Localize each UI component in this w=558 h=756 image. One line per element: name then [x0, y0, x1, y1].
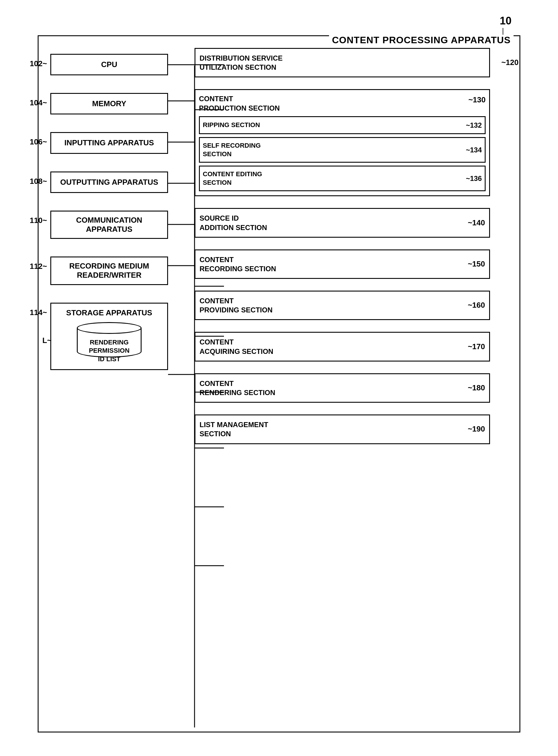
content-acquiring-section: CONTENTACQUIRING SECTION ~170 [195, 332, 490, 361]
distribution-section: DISTRIBUTION SERVICEUTILIZATION SECTION … [195, 48, 490, 77]
outputting-id-label: 108~ [30, 177, 47, 186]
content-acquiring-label: CONTENTACQUIRING SECTION [200, 337, 273, 356]
recording-id-label: 112~ [30, 262, 47, 271]
content-editing-box: CONTENT EDITINGSECTION ~136 [199, 165, 486, 191]
list-management-box: LIST MANAGEMENTSECTION ~190 [195, 415, 490, 444]
content-editing-label: CONTENT EDITINGSECTION [203, 170, 262, 187]
inputting-id-label: 106~ [30, 137, 47, 147]
content-rendering-box: CONTENTRENDERING SECTION ~180 [195, 373, 490, 403]
content-recording-box: CONTENTRECORDING SECTION ~150 [195, 250, 490, 279]
distribution-box: DISTRIBUTION SERVICEUTILIZATION SECTION … [195, 48, 490, 77]
source-id-box: SOURCE IDADDITION SECTION ~140 [195, 208, 490, 237]
memory-item: 104~ MEMORY [50, 93, 168, 114]
cylinder: RENDERINGPERMISSIONID LIST [77, 322, 142, 363]
content-editing-id: ~136 [466, 174, 482, 183]
right-column: DISTRIBUTION SERVICEUTILIZATION SECTION … [195, 48, 490, 450]
communication-box: COMMUNICATIONAPPARATUS [50, 211, 168, 239]
memory-id-label: 104~ [30, 98, 47, 107]
list-management-section: LIST MANAGEMENTSECTION ~190 [195, 415, 490, 444]
outer-box: CONTENT PROCESSING APPARATUS 102~ CPU 10… [38, 35, 520, 732]
content-acquiring-id: ~170 [468, 342, 485, 352]
content-rendering-label: CONTENTRENDERING SECTION [200, 379, 275, 397]
cylinder-text: RENDERINGPERMISSIONID LIST [78, 338, 141, 364]
cylinder-top [77, 322, 142, 334]
content-providing-box: CONTENTPROVIDING SECTION ~160 [195, 291, 490, 320]
content-recording-section: CONTENTRECORDING SECTION ~150 [195, 250, 490, 279]
cpu-box: CPU [50, 54, 168, 75]
recording-medium-item: 112~ RECORDING MEDIUMREADER/WRITER [50, 257, 168, 285]
content-providing-section: CONTENTPROVIDING SECTION ~160 [195, 291, 490, 320]
list-management-id: ~190 [468, 424, 485, 434]
ripping-box: RIPPING SECTION ~132 [199, 116, 486, 134]
source-id-section: SOURCE IDADDITION SECTION ~140 [195, 208, 490, 237]
outputting-box: OUTPUTTING APPARATUS [50, 172, 168, 193]
ripping-id: ~132 [466, 121, 482, 130]
source-id-id: ~140 [468, 218, 485, 228]
content-providing-label: CONTENTPROVIDING SECTION [200, 296, 273, 314]
production-outer-box: CONTENTPRODUCTION SECTION ~130 RIPPING S… [195, 89, 490, 196]
diagram-title: CONTENT PROCESSING APPARATUS [329, 35, 513, 46]
source-id-label: SOURCE IDADDITION SECTION [200, 213, 267, 232]
content-recording-label: CONTENTRECORDING SECTION [200, 255, 276, 273]
production-id: ~130 [468, 95, 486, 104]
memory-box: MEMORY [50, 93, 168, 114]
cpu-id-label: 102~ [30, 59, 47, 68]
content-acquiring-box: CONTENTACQUIRING SECTION ~170 [195, 332, 490, 361]
storage-id-label: 114~ [30, 308, 47, 317]
self-recording-id: ~134 [466, 145, 482, 154]
storage-item: 114~ STORAGE APPARATUS L~ RENDERINGPERMI… [50, 303, 168, 370]
content-rendering-section: CONTENTRENDERING SECTION ~180 [195, 373, 490, 403]
distribution-id: ~120 [501, 58, 518, 68]
content-rendering-id: ~180 [468, 383, 485, 393]
list-management-label: LIST MANAGEMENTSECTION [200, 420, 268, 438]
inputting-box: INPUTTING APPARATUS [50, 132, 168, 154]
diagram-page: 10 CONTENT PROCESSING APPARATUS 102~ CPU… [29, 12, 529, 741]
inputting-item: 106~ INPUTTING APPARATUS [50, 132, 168, 154]
content-recording-id: ~150 [468, 259, 485, 269]
self-recording-label: SELF RECORDINGSECTION [203, 141, 261, 158]
ripping-label: RIPPING SECTION [203, 121, 260, 129]
cpu-item: 102~ CPU [50, 54, 168, 75]
communication-item: 110~ COMMUNICATIONAPPARATUS [50, 211, 168, 239]
recording-medium-box: RECORDING MEDIUMREADER/WRITER [50, 257, 168, 285]
diagram-number: 10 [500, 15, 511, 27]
l-label: L~ [42, 336, 51, 345]
outputting-item: 108~ OUTPUTTING APPARATUS [50, 172, 168, 193]
self-recording-box: SELF RECORDINGSECTION ~134 [199, 137, 486, 163]
content-providing-id: ~160 [468, 301, 485, 310]
storage-title: STORAGE APPARATUS [55, 308, 163, 317]
storage-outer-box: STORAGE APPARATUS L~ RENDERINGPERMISSION… [50, 303, 168, 370]
production-title: CONTENTPRODUCTION SECTION [199, 94, 280, 112]
communication-id-label: 110~ [30, 216, 47, 225]
production-section-wrapper: CONTENTPRODUCTION SECTION ~130 RIPPING S… [195, 89, 490, 196]
